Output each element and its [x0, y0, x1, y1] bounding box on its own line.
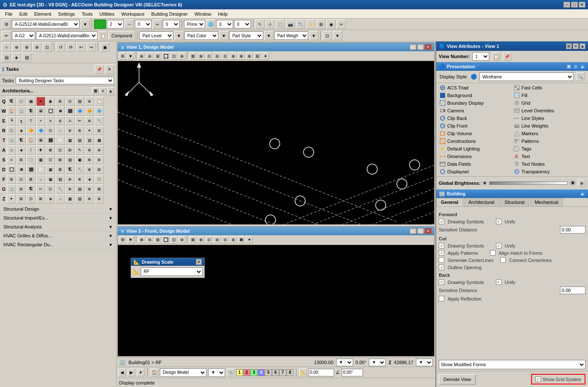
weight-btn[interactable]: ═	[153, 19, 162, 29]
snap-btn-1[interactable]: ⊹	[2, 42, 11, 52]
tool-t9[interactable]: ▨	[85, 136, 94, 145]
tool-q3[interactable]: ▦	[26, 97, 36, 106]
prime-num2-dropdown[interactable]: 0	[234, 20, 251, 28]
va-fast-cells[interactable]: Fast Cells	[512, 84, 586, 92]
tool-d3[interactable]: ⬛	[26, 165, 36, 174]
part-style-btn[interactable]: ▼	[264, 31, 273, 40]
cut-apply-patterns-cb[interactable]	[439, 250, 444, 256]
tool-w2[interactable]: 🏢	[17, 106, 26, 116]
level-dropdown[interactable]: A-G2512-M-WallsExternalBl	[12, 20, 80, 28]
v1-tb-12[interactable]: ⊜	[213, 52, 221, 60]
tools-btn-6[interactable]: ✂	[337, 19, 346, 29]
tool-e7[interactable]: A	[65, 116, 75, 125]
tool-t10[interactable]: ▩	[95, 136, 104, 145]
va-data-fields[interactable]: Data Fields	[438, 160, 512, 168]
tool-e6[interactable]: ╪	[56, 116, 65, 125]
collapse-btn[interactable]: ▲	[107, 87, 114, 94]
tool-r2[interactable]: ◈	[17, 126, 26, 135]
copy-btn[interactable]: 📋	[98, 31, 108, 40]
va-tags[interactable]: Tags	[512, 145, 586, 153]
va-constructions[interactable]: Constructions	[438, 137, 512, 145]
view3-minimize[interactable]: —	[410, 228, 416, 234]
model-dropdown-arrow[interactable]: ▼	[208, 368, 225, 377]
va-transparency[interactable]: Transparency	[512, 168, 586, 175]
prime-num-dropdown[interactable]: 0	[216, 20, 233, 28]
back-sensitive-input[interactable]	[560, 287, 585, 294]
tool-f8[interactable]: ⊕	[75, 175, 84, 184]
num-tab-6[interactable]: 6	[272, 369, 279, 376]
tab-architectural[interactable]: Architectural	[464, 198, 499, 206]
tool-t3[interactable]: 🏠	[26, 136, 36, 145]
v1-tb-14[interactable]: ⊛	[229, 52, 237, 60]
close-button[interactable]: ✕	[579, 2, 585, 8]
v3-tb-2[interactable]: ▼	[127, 236, 134, 244]
va-boundary-display[interactable]: Boundary Display	[438, 99, 512, 107]
part-style-dropdown[interactable]: Part Style	[229, 31, 263, 40]
va-paste-btn[interactable]: 📌	[503, 52, 511, 61]
v3-tb-8[interactable]: ⊛	[178, 236, 186, 244]
tool-q4[interactable]: ✕	[36, 97, 45, 106]
snap-btn-4[interactable]: ⊕	[32, 42, 42, 52]
tool-s9[interactable]: ⊗	[85, 155, 94, 164]
angle-input[interactable]	[342, 369, 363, 376]
tool-e2[interactable]: ┓	[17, 116, 26, 125]
tool-d10[interactable]: ⊞	[95, 165, 104, 174]
toolbar-btn-1[interactable]: ⚙	[2, 19, 11, 29]
tool-g9[interactable]: ⊗	[85, 184, 94, 194]
va-list-btn[interactable]: ≡	[573, 43, 579, 49]
v3-tb-5[interactable]: ⊞	[154, 236, 162, 244]
pres-list-btn[interactable]: ≡	[573, 64, 579, 70]
tool-e1[interactable]: ┗	[7, 116, 16, 125]
level-short-dropdown[interactable]: A-G2	[12, 31, 35, 40]
back-drawing-symbols-cb[interactable]	[439, 279, 444, 285]
tool-w9[interactable]: 🔶	[85, 106, 94, 116]
tool-g1[interactable]: 🏢	[7, 184, 16, 194]
tool-t7[interactable]: ▦	[65, 136, 75, 145]
va-clip-front[interactable]: Clip Front	[438, 122, 512, 130]
maximize-button[interactable]: □	[571, 2, 578, 8]
tool-e9[interactable]: ⊕	[85, 116, 94, 125]
v3-tb-9[interactable]: ⊠	[189, 236, 197, 244]
coord-input-btn[interactable]: 📐	[299, 369, 307, 376]
va-text[interactable]: A Text	[512, 153, 586, 160]
num-tab-3[interactable]: 3	[251, 369, 257, 376]
va-line-styles[interactable]: Line Styles	[512, 114, 586, 122]
view1-maximize[interactable]: □	[417, 44, 424, 50]
va-minimize-btn[interactable]: ▲	[580, 43, 585, 49]
tool-z7[interactable]: ▦	[65, 194, 75, 203]
va-grid-btn[interactable]: ⊞	[566, 43, 572, 49]
v1-tb-10[interactable]: ⊗	[197, 52, 205, 60]
hvac-rectangular-item[interactable]: HVAC Rectangular Du... ▼	[0, 240, 116, 249]
tool-q9[interactable]: ⊕	[85, 97, 94, 106]
v1-tb-7[interactable]: ⊡	[170, 52, 178, 60]
tool-z8[interactable]: ▧	[75, 194, 84, 203]
tool-a8[interactable]: ✎	[75, 145, 84, 155]
pres-grid-btn[interactable]: ⊞	[566, 64, 572, 70]
tool-d7[interactable]: 🏗	[65, 165, 75, 174]
tool-w8[interactable]: 🔷	[75, 106, 84, 116]
camera-btn[interactable]: 📷	[286, 19, 295, 29]
style-num-dropdown[interactable]: 0	[135, 20, 152, 28]
tools-btn-5[interactable]: ◉	[326, 19, 336, 29]
view-3d[interactable]: ▧	[22, 53, 31, 62]
view-iso[interactable]: ◈	[12, 53, 21, 62]
tool-d8[interactable]: 🔧	[75, 165, 84, 174]
cut-outline-opening-cb[interactable]	[439, 264, 444, 270]
menu-utilities[interactable]: Utilities	[96, 11, 118, 17]
tool-w7[interactable]: ⬛	[65, 106, 75, 116]
tool-z3[interactable]: ⊡	[26, 194, 36, 203]
tool-a3[interactable]: /	[26, 145, 36, 155]
view-manipulate-1[interactable]: ↺	[56, 42, 65, 52]
menu-help[interactable]: Help	[215, 11, 231, 17]
nav-forward-btn[interactable]: ▶	[128, 369, 135, 376]
tool-d1[interactable]: 🔲	[7, 165, 16, 174]
building-header[interactable]: 🏢 Building ▲	[436, 189, 588, 198]
part-level-dropdown[interactable]: Part Level	[139, 31, 173, 40]
num-tab-8[interactable]: 8	[287, 369, 293, 376]
tool-t6[interactable]: ⬜	[56, 136, 65, 145]
show-grid-system-checkbox[interactable]	[535, 376, 541, 382]
tool-r1[interactable]: ⬡	[7, 126, 16, 135]
v1-tb-8[interactable]: ⊛	[178, 52, 186, 60]
tool-t1[interactable]: 🏢	[7, 136, 16, 145]
tool-d4[interactable]: ⬜	[36, 165, 45, 174]
